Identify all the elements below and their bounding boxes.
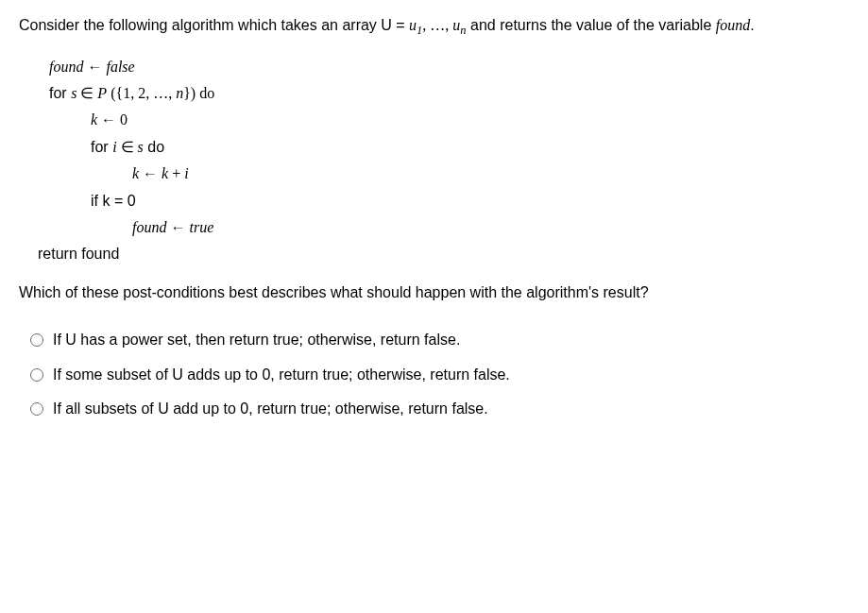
arrow: ←	[139, 165, 162, 181]
algo-line-7: found ← true	[132, 217, 849, 238]
question-intro: Consider the following algorithm which t…	[19, 15, 849, 40]
arrow: ←	[166, 219, 189, 235]
algo-line-2: for s ∈ P ({1, 2, …, n}) do	[49, 83, 849, 104]
for-kw: for	[49, 85, 71, 101]
option-label: If U has a power set, then return true; …	[53, 330, 460, 350]
var-found: found	[716, 17, 750, 33]
arrow: ←	[83, 59, 106, 75]
seq-sep: , …,	[422, 17, 452, 33]
option-2[interactable]: If some subset of U adds up to 0, return…	[30, 365, 849, 385]
algo-line-6: if k = 0	[91, 191, 849, 212]
option-label: If all subsets of U add up to 0, return …	[53, 399, 488, 419]
plus-sym: +	[168, 165, 184, 181]
period: .	[750, 17, 754, 33]
algo-line-1: found ← false	[49, 57, 849, 77]
option-3[interactable]: If all subsets of U add up to 0, return …	[30, 399, 849, 419]
if-cond: if k = 0	[91, 193, 136, 209]
radio-icon[interactable]	[30, 333, 43, 347]
algo-line-5: k ← k + i	[132, 163, 849, 184]
zero-lit: 0	[120, 111, 128, 128]
for-kw: for	[91, 139, 112, 155]
algorithm-block: found ← false for s ∈ P ({1, 2, …, n}) d…	[49, 57, 849, 265]
true-lit: true	[189, 219, 213, 235]
return-stmt: return found	[38, 246, 119, 262]
radio-icon[interactable]	[30, 402, 43, 416]
intro-pre: Consider the following algorithm which t…	[19, 17, 409, 33]
option-label: If some subset of U adds up to 0, return…	[53, 365, 510, 385]
u1: u	[409, 17, 417, 33]
question-post: Which of these post-conditions best desc…	[19, 282, 849, 303]
algo-line-3: k ← 0	[91, 110, 849, 130]
P-func: P	[97, 85, 107, 101]
options-group: If U has a power set, then return true; …	[19, 330, 849, 419]
radio-icon[interactable]	[30, 368, 43, 382]
arrow: ←	[97, 111, 120, 128]
false-lit: false	[106, 59, 134, 75]
algo-line-8: return found	[38, 244, 849, 264]
found-var: found	[132, 219, 166, 235]
set-close: }) do	[183, 85, 214, 101]
option-1[interactable]: If U has a power set, then return true; …	[30, 330, 849, 350]
found-var: found	[49, 59, 83, 75]
set-open: ({1, 2, …,	[107, 85, 176, 101]
n-var: n	[176, 85, 183, 101]
in-sym: ∈	[117, 139, 138, 155]
in-sym: ∈	[77, 85, 97, 101]
algo-line-4: for i ∈ s do	[91, 137, 849, 158]
i-var: i	[184, 165, 188, 181]
do-kw: do	[144, 139, 164, 155]
intro-post: and returns the value of the variable	[467, 17, 716, 33]
